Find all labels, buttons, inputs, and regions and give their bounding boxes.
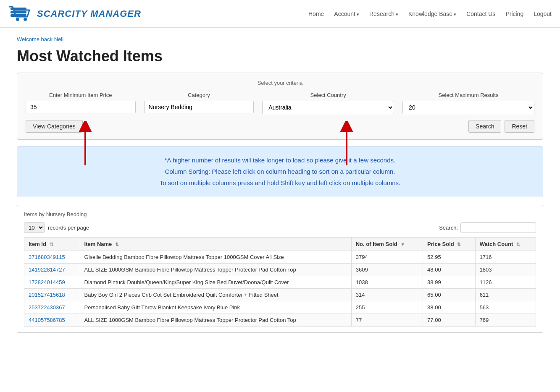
info-line-3: To sort on multiple columns press and ho… <box>30 177 530 188</box>
cell-num-sold: 3609 <box>351 264 423 276</box>
table-header-row: Item Id ⇅ Item Name ⇅ No. of Item Sold ▼… <box>24 238 536 251</box>
category-label: Category <box>144 92 254 98</box>
item-id-link[interactable]: 141922814727 <box>29 267 65 273</box>
item-id-link[interactable]: 172824014459 <box>29 279 65 285</box>
nav-item-knowledge[interactable]: Knowledge Base <box>408 10 456 17</box>
min-price-input[interactable] <box>26 101 136 113</box>
table-row: 201527415618Baby Boy Girl 2 Pieces Crib … <box>24 289 536 301</box>
max-results-field: Select Maximum Results 20 50 100 <box>402 92 534 114</box>
col-item-id-label: Item Id <box>29 241 46 247</box>
col-price-sold-label: Price Sold <box>427 241 454 247</box>
country-field: Select Country Australia United States U… <box>262 92 394 114</box>
cell-item-name: ALL SIZE 1000GSM Bamboo Fibre Pillowtop … <box>80 264 351 276</box>
cell-watch-count: 611 <box>475 289 536 301</box>
table-body: 371680349115Giselle Bedding Bamboo Fibre… <box>24 251 536 327</box>
cell-item-name: Personalised Baby Gift Throw Blanket Kee… <box>80 301 351 314</box>
col-header-num-sold[interactable]: No. of Item Sold ▼ <box>351 238 423 251</box>
nav-item-contact[interactable]: Contact Us <box>466 10 495 17</box>
table-head: Item Id ⇅ Item Name ⇅ No. of Item Sold ▼… <box>24 238 536 251</box>
cell-num-sold: 3794 <box>351 251 423 264</box>
table-section-title: Items by Nursery Bedding <box>24 211 536 217</box>
svg-point-3 <box>16 18 19 21</box>
cell-watch-count: 769 <box>475 314 536 327</box>
cell-price-sold: 52.95 <box>423 251 476 264</box>
view-categories-button[interactable]: View Categories <box>26 120 83 133</box>
col-price-sold-sort-icon: ⇅ <box>457 242 461 247</box>
table-row: 141922814727ALL SIZE 1000GSM Bamboo Fibr… <box>24 264 536 276</box>
category-field: Category <box>144 92 254 113</box>
table-row: 253722430367Personalised Baby Gift Throw… <box>24 301 536 314</box>
cell-price-sold: 38.00 <box>423 301 476 314</box>
table-search-label: Search: <box>439 225 458 231</box>
cell-item-id: 441057586785 <box>24 314 80 327</box>
table-controls: 10 25 50 records per page Search: <box>24 222 536 233</box>
search-button[interactable]: Search <box>468 120 501 133</box>
info-line-1: *A higher number of results will take lo… <box>30 154 530 166</box>
nav-link-pricing[interactable]: Pricing <box>505 10 523 17</box>
nav-item-logout[interactable]: Logout <box>534 10 552 17</box>
nav-item-home[interactable]: Home <box>308 10 324 17</box>
table-search-input[interactable] <box>460 222 536 233</box>
cell-price-sold: 38.99 <box>423 276 476 289</box>
max-results-select[interactable]: 20 50 100 <box>402 101 534 114</box>
col-header-item-name[interactable]: Item Name ⇅ <box>80 238 351 251</box>
table-section: Items by Nursery Bedding 10 25 50 record… <box>17 205 543 333</box>
min-price-field: Enter Minimum Item Price <box>26 92 136 113</box>
col-num-sold-sort-icon: ▼ <box>400 242 405 247</box>
cell-item-id: 201527415618 <box>24 289 80 301</box>
item-id-link[interactable]: 253722430367 <box>29 304 65 311</box>
nav-item-pricing[interactable]: Pricing <box>505 10 523 17</box>
brand-icon-svg <box>8 4 34 23</box>
welcome-link[interactable]: Welcome back Neil <box>17 36 543 42</box>
svg-rect-1 <box>11 11 26 13</box>
nav-link-research[interactable]: Research <box>369 10 398 17</box>
col-header-watch-count[interactable]: Watch Count ⇅ <box>475 238 536 251</box>
red-arrow-left-icon <box>75 121 96 167</box>
table-search-control: Search: <box>439 222 536 233</box>
reset-button[interactable]: Reset <box>505 120 534 133</box>
cell-item-name: Diamond Pintuck Double/Queen/King/Super … <box>80 276 351 289</box>
col-item-name-label: Item Name <box>84 241 112 247</box>
criteria-actions-left: View Categories <box>26 120 83 133</box>
cell-num-sold: 314 <box>351 289 423 301</box>
item-id-link[interactable]: 371680349115 <box>29 254 65 260</box>
nav-link-home[interactable]: Home <box>308 10 324 17</box>
nav-link-contact[interactable]: Contact Us <box>466 10 495 17</box>
cell-watch-count: 1803 <box>475 264 536 276</box>
cell-price-sold: 48.00 <box>423 264 476 276</box>
table-row: 172824014459Diamond Pintuck Double/Queen… <box>24 276 536 289</box>
table-row: 441057586785ALL SIZE 1000GSM Bamboo Fibr… <box>24 314 536 327</box>
max-results-label: Select Maximum Results <box>402 92 534 98</box>
cell-price-sold: 65.00 <box>423 289 476 301</box>
nav-link-logout[interactable]: Logout <box>534 10 552 17</box>
country-label: Select Country <box>262 92 394 98</box>
cell-item-id: 172824014459 <box>24 276 80 289</box>
cell-watch-count: 1126 <box>475 276 536 289</box>
col-watch-count-label: Watch Count <box>480 241 513 247</box>
records-per-page-select[interactable]: 10 25 50 <box>24 222 45 233</box>
records-per-page-label: records per page <box>48 225 89 231</box>
country-select[interactable]: Australia United States United Kingdom <box>262 101 394 114</box>
nav-item-account[interactable]: Account <box>334 10 359 17</box>
criteria-actions: View Categories Search Reset <box>26 120 534 133</box>
col-watch-count-sort-icon: ⇅ <box>516 242 520 247</box>
cell-num-sold: 77 <box>351 314 423 327</box>
nav-link-account[interactable]: Account <box>334 10 359 17</box>
col-header-price-sold[interactable]: Price Sold ⇅ <box>423 238 476 251</box>
category-input[interactable] <box>144 101 254 113</box>
criteria-title: Select your criteria <box>26 80 534 86</box>
info-line-2: Column Sorting: Please left click on col… <box>30 166 530 177</box>
brand-logo[interactable]: SCARCITY MANAGER <box>8 4 141 23</box>
col-header-item-id[interactable]: Item Id ⇅ <box>24 238 80 251</box>
cell-item-id: 141922814727 <box>24 264 80 276</box>
item-id-link[interactable]: 441057586785 <box>29 317 65 323</box>
cell-item-id: 371680349115 <box>24 251 80 264</box>
nav-item-research[interactable]: Research <box>369 10 398 17</box>
cell-watch-count: 563 <box>475 301 536 314</box>
nav-link-knowledge[interactable]: Knowledge Base <box>408 10 456 17</box>
item-id-link[interactable]: 201527415618 <box>29 292 65 298</box>
table-row: 371680349115Giselle Bedding Bamboo Fibre… <box>24 251 536 264</box>
navbar: SCARCITY MANAGER Home Account Research K… <box>0 0 560 28</box>
page-title: Most Watched Items <box>17 47 543 65</box>
col-item-name-sort-icon: ⇅ <box>115 242 119 247</box>
